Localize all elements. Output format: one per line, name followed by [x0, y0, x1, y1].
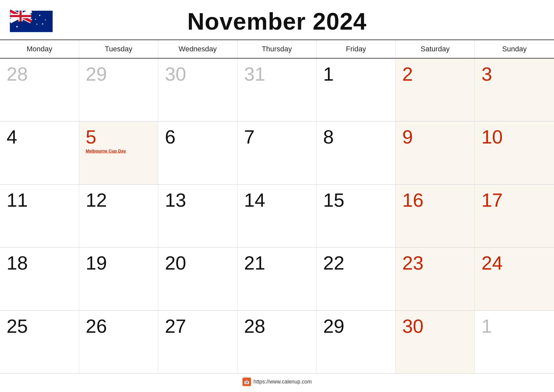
footer-url: https://www.calenup.com	[254, 379, 312, 385]
day-cell-weekend: 10	[475, 121, 554, 184]
day-cell: 18	[0, 248, 79, 310]
holiday-label: Melbourne Cup Day	[86, 148, 126, 153]
day-cell: 20	[158, 248, 238, 310]
calendar-footer: 📅 https://www.calenup.com	[0, 373, 554, 392]
day-number: 10	[481, 127, 503, 146]
day-cell-weekend: 9	[396, 121, 475, 184]
day-number: 1	[323, 65, 334, 84]
header-saturday: Saturday	[396, 40, 475, 58]
day-number: 31	[244, 65, 265, 84]
header-wednesday: Wednesday	[158, 40, 238, 58]
week-row-5: 25 26 27 28 29 30 1	[0, 311, 554, 373]
day-number: 16	[402, 191, 424, 210]
day-cell-weekend: 2	[396, 59, 475, 121]
day-cell: 29	[316, 311, 396, 373]
svg-text:✦: ✦	[15, 25, 18, 29]
day-cell: 28	[238, 311, 317, 373]
day-cell: 1	[316, 59, 396, 121]
day-cell: 31	[238, 59, 317, 121]
day-number: 9	[402, 127, 413, 146]
day-number: 1	[481, 317, 492, 336]
week-row-4: 18 19 20 21 22 23 24	[0, 248, 554, 310]
svg-text:✦: ✦	[35, 18, 37, 20]
day-cell: 4	[0, 121, 79, 184]
svg-text:✦: ✦	[44, 19, 46, 21]
day-cell-weekend: 24	[475, 248, 554, 310]
day-cell: 15	[316, 185, 396, 247]
day-cell-weekend: 16	[396, 185, 475, 247]
day-number: 17	[481, 191, 503, 210]
day-cell-other-month: 1	[475, 311, 554, 373]
day-cell-weekend: 17	[475, 185, 554, 247]
day-number: 30	[402, 317, 424, 336]
weeks-container: 28 29 30 31 1 2 3	[0, 59, 554, 373]
day-number: 21	[244, 253, 265, 273]
day-number: 4	[7, 127, 17, 146]
day-number: 8	[323, 127, 334, 146]
svg-text:✦: ✦	[36, 23, 38, 25]
week-row-2: 4 5 Melbourne Cup Day 6 7 8 9	[0, 121, 554, 184]
day-cell: 8	[316, 121, 396, 184]
day-number: 30	[165, 65, 186, 84]
svg-rect-8	[10, 15, 31, 17]
calendar-container: ✦ ✦ ✦ ✦ ✦ ✦ November 2024 Monday Tuesday…	[0, 0, 554, 392]
day-number: 28	[244, 317, 265, 336]
day-number: 27	[165, 317, 186, 336]
day-cell: 14	[238, 185, 317, 247]
day-number: 24	[481, 253, 503, 273]
day-cell: 27	[158, 311, 238, 373]
header-monday: Monday	[0, 40, 79, 58]
day-cell-holiday: 5 Melbourne Cup Day	[79, 121, 159, 184]
header-tuesday: Tuesday	[79, 40, 159, 58]
day-cell: 21	[238, 248, 317, 310]
day-number: 19	[86, 253, 107, 273]
day-number: 3	[481, 65, 492, 84]
day-number: 2	[402, 65, 413, 84]
australian-flag: ✦ ✦ ✦ ✦ ✦ ✦	[10, 7, 53, 36]
header-friday: Friday	[316, 40, 396, 58]
week-row-1: 28 29 30 31 1 2 3	[0, 59, 554, 121]
header-thursday: Thursday	[238, 40, 317, 58]
day-cell: 6	[158, 121, 238, 184]
day-number: 12	[86, 191, 107, 210]
day-number: 26	[86, 317, 107, 336]
day-cell: 19	[79, 248, 159, 310]
day-number: 29	[86, 65, 107, 84]
day-cell-weekend: 30	[396, 311, 475, 373]
day-number: 22	[323, 253, 344, 273]
day-cell: 13	[158, 185, 238, 247]
day-number: 5	[86, 127, 96, 146]
page-title: November 2024	[53, 8, 544, 35]
day-number: 20	[165, 253, 186, 273]
day-number: 6	[165, 127, 175, 146]
day-number: 23	[402, 253, 424, 273]
calendar-header: ✦ ✦ ✦ ✦ ✦ ✦ November 2024	[0, 0, 554, 39]
day-cell-weekend: 3	[475, 59, 554, 121]
day-cell: 7	[238, 121, 317, 184]
day-cell: 26	[79, 311, 159, 373]
day-cell: 28	[0, 59, 79, 121]
day-number: 15	[323, 191, 344, 210]
svg-text:✦: ✦	[41, 22, 44, 26]
calendar-grid: Monday Tuesday Wednesday Thursday Friday…	[0, 39, 554, 373]
day-cell: 12	[79, 185, 159, 247]
day-number: 7	[244, 127, 255, 146]
day-number: 25	[7, 317, 28, 336]
day-cell: 25	[0, 311, 79, 373]
day-cell: 30	[158, 59, 238, 121]
day-cell-weekend: 23	[396, 248, 475, 310]
day-number: 28	[7, 65, 28, 84]
day-headers-row: Monday Tuesday Wednesday Thursday Friday…	[0, 40, 554, 59]
header-sunday: Sunday	[475, 40, 554, 58]
day-number: 13	[165, 191, 186, 210]
day-cell: 11	[0, 185, 79, 247]
day-number: 18	[7, 253, 28, 273]
day-cell: 22	[316, 248, 396, 310]
svg-text:✦: ✦	[38, 14, 41, 17]
day-number: 14	[244, 191, 265, 210]
calenup-icon: 📅	[242, 378, 251, 386]
week-row-3: 11 12 13 14 15 16 17	[0, 185, 554, 248]
day-number: 29	[323, 317, 344, 336]
day-number: 11	[7, 191, 28, 210]
day-cell: 29	[79, 59, 159, 121]
